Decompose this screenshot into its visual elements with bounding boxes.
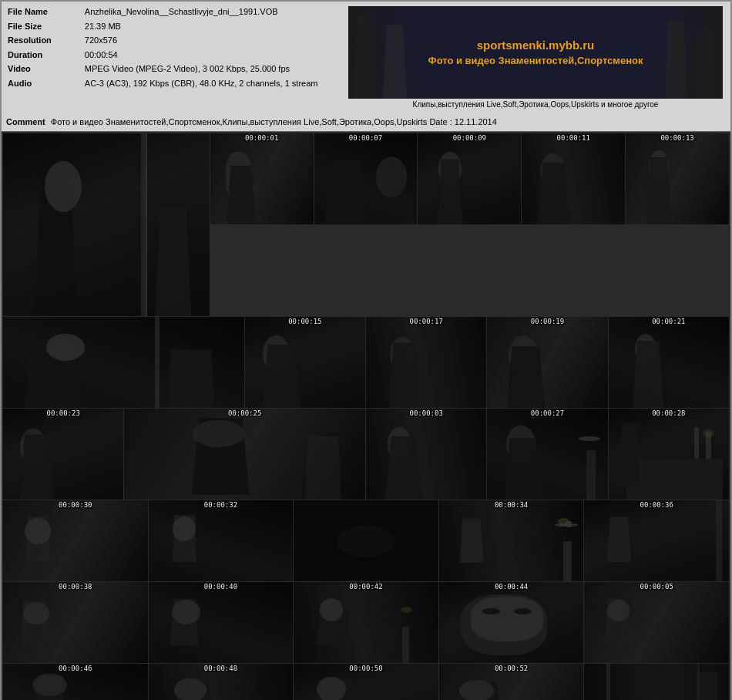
timestamp-5-0: 00:00:46 [58, 665, 92, 672]
thumb-row-2: 00:00:23 00:00:25 00:00:03 [3, 409, 729, 500]
timestamp-1-2: 00:00:17 [408, 318, 443, 325]
audio-value: AC-3 (AC3), 192 Kbps (CBR), 48.0 KHz, 2 … [83, 76, 345, 91]
thumb-4-0: 00:00:38 [3, 582, 148, 663]
timestamp-2-3: 00:00:27 [530, 409, 565, 417]
comment-label: Comment [6, 117, 45, 126]
thumb-row-1: 00:00:15 00:00:17 00:00:19 [3, 317, 729, 408]
timestamp-2-0: 00:00:23 [45, 409, 80, 417]
timestamp-0-3: 00:00:09 [452, 134, 487, 142]
timestamp-5-2: 00:00:50 [348, 665, 383, 672]
thumb-0-4: 00:00:11 [522, 133, 625, 224]
banner-image: sportsmenki.mybb.ru Фото и видео Знамени… [348, 6, 723, 99]
thumb-row-0: 00:00:01 00:00:07 00:00:09 [3, 133, 729, 316]
video-value: MPEG Video (MPEG-2 Video), 3 002 Kbps, 2… [83, 62, 345, 76]
thumb-5-1: 00:00:48 [149, 664, 294, 700]
timestamp-1-4: 00:00:21 [651, 318, 686, 325]
thumb-3-2 [294, 500, 438, 581]
timestamp-4-2: 00:00:42 [348, 583, 383, 591]
thumb-2-0: 00:00:23 [3, 409, 123, 500]
duration-value: 00:00:54 [83, 48, 345, 62]
resolution-value: 720x576 [83, 33, 345, 48]
timestamp-0-1: 00:00:01 [244, 134, 279, 142]
thumb-large-1 [3, 133, 210, 316]
thumb-1-4: 00:00:21 [609, 317, 729, 408]
timestamp-4-4: 00:00:05 [639, 583, 673, 591]
banner-text1: Фото и видео Знаменитостей,Спортсменок [428, 55, 643, 66]
timestamp-1-3: 00:00:19 [530, 318, 565, 325]
main-container: File Name Anzhelika_Nevolina__Schastlivy… [0, 0, 732, 700]
timestamp-0-5: 00:00:13 [660, 134, 694, 142]
thumb-5-3: 00:00:52 [439, 664, 584, 700]
thumb-5-4 [584, 664, 729, 700]
comment-value: Фото и видео Знаменитостей,Спортсменок,К… [51, 117, 497, 126]
timestamp-0-4: 00:00:11 [556, 134, 591, 142]
timestamp-2-1: 00:00:25 [227, 409, 262, 417]
thumb-4-4: 00:00:05 [584, 582, 729, 663]
audio-label: Audio [6, 76, 83, 91]
banner-subtext: Клипы,выступления Live,Soft,Эротика,Oops… [348, 99, 723, 110]
video-label: Video [6, 62, 83, 76]
timestamp-3-0: 00:00:30 [58, 501, 92, 509]
timestamp-4-3: 00:00:44 [494, 583, 529, 591]
thumb-3-1: 00:00:32 [149, 500, 294, 581]
thumb-0-2: 00:00:07 [314, 133, 418, 224]
thumb-3-4: 00:00:36 [584, 500, 729, 581]
thumb-4-2: 00:00:42 [294, 582, 438, 663]
thumbnails-container: 00:00:01 00:00:07 00:00:09 [2, 131, 730, 700]
thumb-2-4: 00:00:28 [609, 409, 729, 500]
header-section: File Name Anzhelika_Nevolina__Schastlivy… [2, 2, 730, 115]
thumb-row-4: 00:00:38 00:00:40 00:00:42 [3, 582, 729, 663]
file-size-label: File Size [6, 19, 83, 34]
thumb-4-1: 00:00:40 [149, 582, 294, 663]
timestamp-4-1: 00:00:40 [203, 583, 238, 591]
file-name-value: Anzhelika_Nevolina__Schastlivyje_dni__19… [83, 5, 345, 19]
timestamp-1-1: 00:00:15 [287, 318, 322, 325]
file-size-value: 21.39 MB [83, 19, 345, 34]
file-info: File Name Anzhelika_Nevolina__Schastlivy… [6, 5, 345, 112]
thumb-large-1b [3, 317, 244, 408]
thumb-4-3: 00:00:44 [439, 582, 584, 663]
thumb-0-3: 00:00:09 [418, 133, 521, 224]
timestamp-5-1: 00:00:48 [203, 665, 238, 672]
banner-area: sportsmenki.mybb.ru Фото и видео Знамени… [345, 5, 726, 112]
timestamp-3-3: 00:00:34 [494, 501, 529, 509]
thumb-0-1: 00:00:01 [210, 133, 314, 224]
banner-line1: sportsmenki.mybb.ru [428, 39, 643, 52]
resolution-label: Resolution [6, 33, 83, 48]
timestamp-2-2: 00:00:03 [408, 409, 443, 417]
timestamp-4-0: 00:00:38 [58, 583, 92, 591]
timestamp-3-4: 00:00:36 [639, 501, 673, 509]
thumb-1-2: 00:00:17 [366, 317, 486, 408]
thumb-row-5: 00:00:46 00:00:48 00:00:50 [3, 664, 729, 700]
thumb-5-2: 00:00:50 [294, 664, 438, 700]
thumb-1-3: 00:00:19 [487, 317, 607, 408]
thumb-2-2: 00:00:03 [366, 409, 486, 500]
thumb-2-3: 00:00:27 [487, 409, 607, 500]
thumb-5-0: 00:00:46 [3, 664, 148, 700]
thumb-3-3: 00:00:34 [439, 500, 584, 581]
thumb-row-3: 00:00:30 00:00:32 [3, 500, 729, 581]
thumb-2-1-wide: 00:00:25 [124, 409, 365, 500]
file-name-label: File Name [6, 5, 83, 19]
thumb-1-1: 00:00:15 [245, 317, 365, 408]
duration-label: Duration [6, 48, 83, 62]
timestamp-5-3: 00:00:52 [494, 665, 529, 672]
comment-bar: Comment Фото и видео Знаменитостей,Спорт… [2, 115, 730, 131]
timestamp-3-1: 00:00:32 [203, 501, 238, 509]
timestamp-2-4: 00:00:28 [651, 409, 686, 417]
thumb-3-0: 00:00:30 [3, 500, 148, 581]
timestamp-0-2: 00:00:07 [348, 134, 383, 142]
thumb-0-5: 00:00:13 [626, 133, 729, 224]
